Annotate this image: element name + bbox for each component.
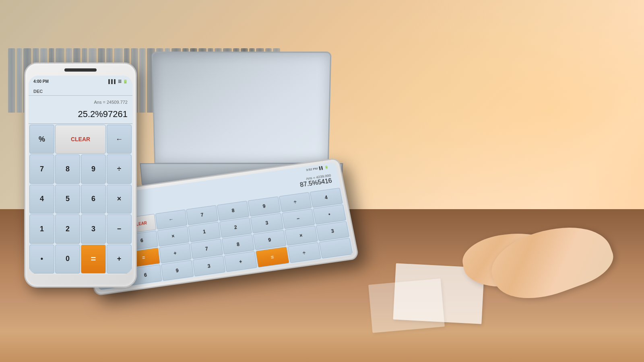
tablet-calc-button-÷[interactable]: ÷ <box>287 242 321 263</box>
phone-calc-button-5[interactable]: 5 <box>55 185 80 214</box>
phone-status-bar: 4:00 PM ▌▌▌ ☰ 🔋 <box>29 76 132 87</box>
phone-calc-button-÷[interactable]: ÷ <box>107 154 132 183</box>
phone-answer: Ans = 24509.772 <box>94 100 128 105</box>
phone-screen: 4:00 PM ▌▌▌ ☰ 🔋 DEC Ans = 24509.772 25.2… <box>29 76 132 274</box>
phone-calc-button-←[interactable]: ← <box>107 125 132 154</box>
smartphone: 4:00 PM ▌▌▌ ☰ 🔋 DEC Ans = 24509.772 25.2… <box>24 62 137 288</box>
phone-expression: 25.2%97261 <box>78 109 128 119</box>
phone-calc-button-3[interactable]: 3 <box>81 214 106 243</box>
tablet-calc-button-31[interactable] <box>319 238 353 259</box>
phone-status-icons: ▌▌▌ ☰ 🔋 <box>108 79 128 84</box>
tablet-time: 3:52 PM <box>305 167 318 171</box>
phone-calc-button-%[interactable]: % <box>29 125 54 154</box>
bookshelf-binder <box>8 48 15 113</box>
phone-calc-button-+[interactable]: + <box>107 245 132 274</box>
phone-calc-button-•[interactable]: • <box>29 245 54 274</box>
phone-calc-button-clear[interactable]: CLEAR <box>55 125 106 154</box>
phone-time: 4:00 PM <box>33 79 49 84</box>
phone-calc-button-4[interactable]: 4 <box>29 185 54 214</box>
tablet-calc-button-9[interactable]: 9 <box>161 260 194 281</box>
bookshelf-binder <box>17 48 22 113</box>
person-hands <box>459 213 612 294</box>
phone-mode-label: DEC <box>29 87 132 96</box>
phone-display: Ans = 24509.772 25.2%97261 <box>29 96 132 124</box>
laptop-screen <box>152 51 332 164</box>
phone-calculator-buttons: %CLEAR←789÷456×123−•0=+ <box>29 124 132 274</box>
tablet-calc-button-=[interactable]: = <box>256 247 289 267</box>
phone-calc-button-−[interactable]: − <box>107 214 132 243</box>
phone-calc-button-8[interactable]: 8 <box>55 154 80 183</box>
tablet-calc-button-3[interactable]: 3 <box>192 255 225 276</box>
phone-calc-button-7[interactable]: 7 <box>29 154 54 183</box>
phone-calc-button-×[interactable]: × <box>107 185 132 214</box>
tablet-expression: 87.5%5416 <box>299 177 332 188</box>
tablet-calc-button-+[interactable]: + <box>224 251 258 272</box>
phone-calc-button-1[interactable]: 1 <box>29 214 54 243</box>
phone-calc-button-2[interactable]: 2 <box>55 214 80 243</box>
phone-notch <box>64 68 97 72</box>
phone-calc-button-=[interactable]: = <box>81 245 106 274</box>
phone-calc-button-0[interactable]: 0 <box>55 245 80 274</box>
phone-calc-button-6[interactable]: 6 <box>81 185 106 214</box>
paper-2 <box>368 278 445 333</box>
phone-calc-button-9[interactable]: 9 <box>81 154 106 183</box>
